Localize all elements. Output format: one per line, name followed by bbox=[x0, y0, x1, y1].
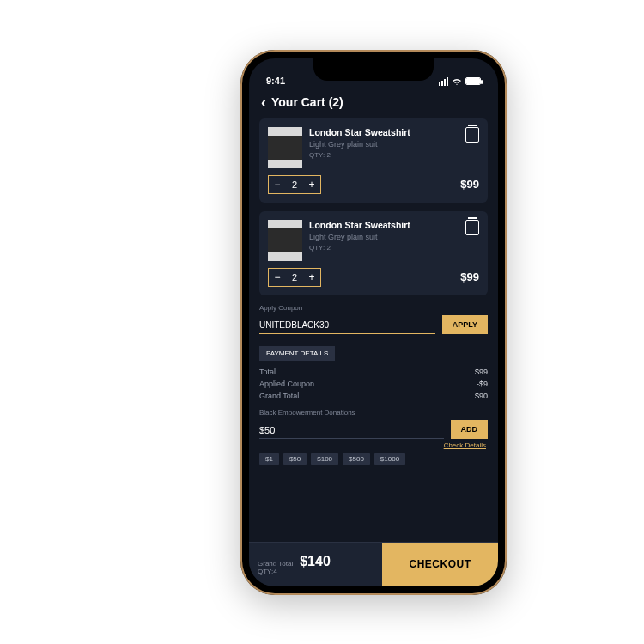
trash-icon[interactable] bbox=[465, 220, 479, 235]
donation-chips: $1 $50 $100 $500 $1000 bbox=[259, 453, 488, 465]
page-title: Your Cart (2) bbox=[271, 95, 343, 109]
product-thumbnail bbox=[268, 220, 302, 261]
total-row: Total $99 bbox=[259, 366, 488, 378]
donation-label: Black Empowerment Donations bbox=[259, 409, 488, 416]
payment-details-badge: PAYMENT DETAILS bbox=[259, 346, 335, 361]
coupon-input[interactable] bbox=[259, 317, 435, 334]
cart-item: London Star Sweatshirt Light Grey plain … bbox=[259, 118, 488, 203]
donation-chip[interactable]: $100 bbox=[311, 453, 338, 465]
row-value: $99 bbox=[475, 368, 488, 376]
add-button[interactable]: ADD bbox=[451, 420, 489, 439]
footer: Grand Total QTY:4 $140 CHECKOUT bbox=[249, 542, 498, 586]
qty-value: 2 bbox=[286, 179, 303, 190]
quantity-stepper: − 2 + bbox=[268, 268, 321, 287]
footer-qty-label: QTY:4 bbox=[258, 568, 293, 575]
screen: 9:41 ‹ Your Cart (2) London Star Sweatsh… bbox=[249, 58, 498, 586]
item-price: $99 bbox=[460, 270, 479, 283]
product-title: London Star Sweatshirt bbox=[309, 220, 459, 230]
status-time: 9:41 bbox=[266, 76, 285, 86]
battery-icon bbox=[465, 77, 481, 85]
donation-chip[interactable]: $1 bbox=[259, 453, 279, 465]
qty-plus-button[interactable]: + bbox=[303, 269, 320, 286]
row-value: -$9 bbox=[477, 380, 488, 388]
content: London Star Sweatshirt Light Grey plain … bbox=[249, 118, 498, 542]
phone-frame: 9:41 ‹ Your Cart (2) London Star Sweatsh… bbox=[240, 50, 507, 595]
qty-value: 2 bbox=[286, 272, 303, 283]
row-label: Grand Total bbox=[259, 392, 299, 400]
row-label: Total bbox=[259, 368, 276, 376]
donation-chip[interactable]: $1000 bbox=[374, 453, 405, 465]
product-subtitle: Light Grey plain suit bbox=[309, 140, 459, 149]
cart-item: London Star Sweatshirt Light Grey plain … bbox=[259, 211, 488, 295]
grand-total-label: Grand Total bbox=[258, 560, 293, 568]
item-price: $99 bbox=[460, 178, 479, 191]
footer-summary: Grand Total QTY:4 $140 bbox=[249, 543, 382, 586]
signal-icon bbox=[439, 77, 448, 86]
donation-chip[interactable]: $500 bbox=[343, 453, 370, 465]
row-value: $90 bbox=[475, 392, 488, 400]
trash-icon[interactable] bbox=[465, 127, 479, 143]
product-title: London Star Sweatshirt bbox=[309, 127, 459, 137]
checkout-button[interactable]: CHECKOUT bbox=[382, 543, 498, 586]
product-qty-label: QTY: 2 bbox=[309, 244, 459, 252]
apply-button[interactable]: APPLY bbox=[442, 315, 488, 334]
check-details-link[interactable]: Check Details bbox=[259, 441, 486, 449]
status-indicators bbox=[439, 77, 481, 86]
quantity-stepper: − 2 + bbox=[268, 175, 321, 194]
qty-minus-button[interactable]: − bbox=[269, 269, 286, 286]
coupon-label: Apply Coupon bbox=[259, 304, 488, 312]
row-label: Applied Coupon bbox=[259, 380, 314, 388]
notch bbox=[313, 58, 434, 81]
donation-chip[interactable]: $50 bbox=[283, 453, 307, 465]
qty-minus-button[interactable]: − bbox=[269, 176, 286, 193]
coupon-row: Applied Coupon -$9 bbox=[259, 378, 488, 390]
qty-plus-button[interactable]: + bbox=[303, 176, 320, 193]
product-subtitle: Light Grey plain suit bbox=[309, 233, 459, 241]
footer-total: $140 bbox=[300, 554, 331, 569]
product-thumbnail bbox=[268, 127, 302, 168]
grand-total-row: Grand Total $90 bbox=[259, 390, 488, 402]
wifi-icon bbox=[452, 77, 462, 86]
product-qty-label: QTY: 2 bbox=[309, 151, 459, 159]
donation-input[interactable] bbox=[259, 422, 444, 439]
header: ‹ Your Cart (2) bbox=[249, 88, 498, 118]
back-icon[interactable]: ‹ bbox=[261, 94, 266, 110]
